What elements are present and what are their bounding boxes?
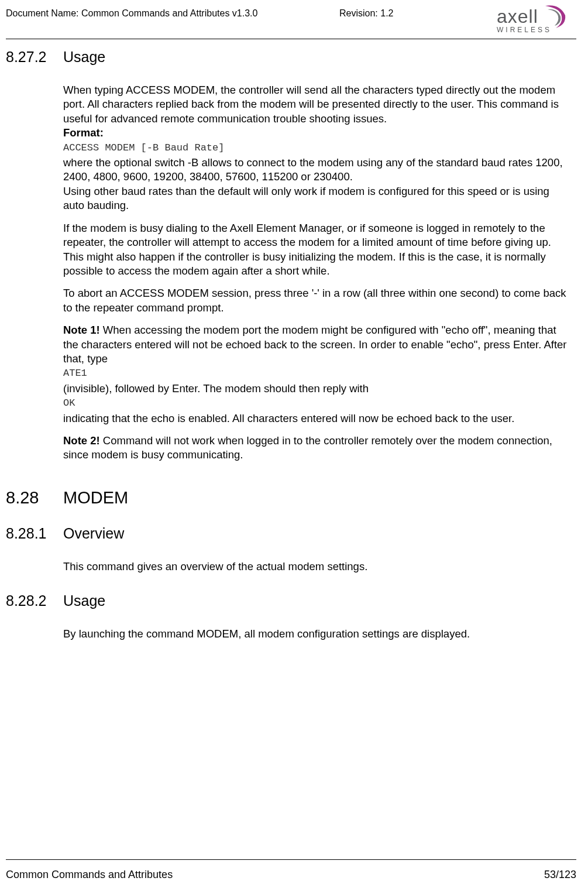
code-line: OK [63, 397, 570, 410]
paragraph: When typing ACCESS MODEM, the controller… [63, 83, 570, 126]
code-line: ACCESS MODEM [-B Baud Rate] [63, 142, 570, 155]
brand-logo: axell WIRELESS [497, 4, 576, 34]
section-heading-8-28-2: 8.28.2 Usage [6, 592, 576, 609]
note-1-label: Note 1! [63, 324, 100, 336]
section-body-8-28-1: This command gives an overview of the ac… [63, 560, 570, 574]
paragraph: To abort an ACCESS MODEM session, press … [63, 286, 570, 315]
section-title: Usage [63, 592, 105, 609]
footer-rule [6, 859, 576, 860]
format-label: Format: [63, 126, 570, 140]
paragraph: Using other baud rates than the default … [63, 184, 570, 213]
note-1-text: When accessing the modem port the modem … [63, 324, 567, 365]
note-1: Note 1! When accessing the modem port th… [63, 323, 570, 366]
section-title: Overview [63, 525, 124, 542]
note-2-label: Note 2! [63, 434, 100, 447]
section-number: 8.28.2 [6, 592, 63, 609]
section-heading-8-27-2: 8.27.2 Usage [6, 49, 576, 66]
page-header: Document Name: Common Commands and Attri… [6, 6, 576, 39]
section-title: Usage [63, 49, 105, 66]
paragraph: By launching the command MODEM, all mode… [63, 627, 570, 641]
paragraph: where the optional switch -B allows to c… [63, 156, 570, 184]
paragraph: indicating that the echo is enabled. All… [63, 412, 570, 426]
logo-swirl-icon [542, 4, 568, 29]
section-number: 8.27.2 [6, 49, 63, 66]
doc-name: Document Name: Common Commands and Attri… [6, 6, 257, 19]
page-content: 8.27.2 Usage When typing ACCESS MODEM, t… [6, 49, 576, 642]
note-2: Note 2! Command will not work when logge… [63, 434, 570, 462]
section-number: 8.28.1 [6, 525, 63, 542]
note-2-text: Command will not work when logged in to … [63, 434, 552, 461]
page-footer: Common Commands and Attributes 53/123 [6, 869, 576, 881]
page-number: 53/123 [544, 869, 576, 881]
section-title: MODEM [63, 488, 128, 508]
footer-title: Common Commands and Attributes [6, 869, 173, 881]
paragraph: (invisible), followed by Enter. The mode… [63, 382, 570, 396]
section-body-8-28-2: By launching the command MODEM, all mode… [63, 627, 570, 641]
section-heading-8-28: 8.28 MODEM [6, 488, 576, 508]
paragraph: If the modem is busy dialing to the Axel… [63, 221, 570, 279]
section-number: 8.28 [6, 488, 63, 508]
logo-text: axell [497, 6, 538, 28]
section-heading-8-28-1: 8.28.1 Overview [6, 525, 576, 542]
revision-label: Revision: 1.2 [339, 8, 394, 19]
code-line: ATE1 [63, 367, 570, 380]
paragraph: This command gives an overview of the ac… [63, 560, 570, 574]
header-rule [6, 39, 576, 39]
section-body-8-27-2: When typing ACCESS MODEM, the controller… [63, 83, 570, 462]
